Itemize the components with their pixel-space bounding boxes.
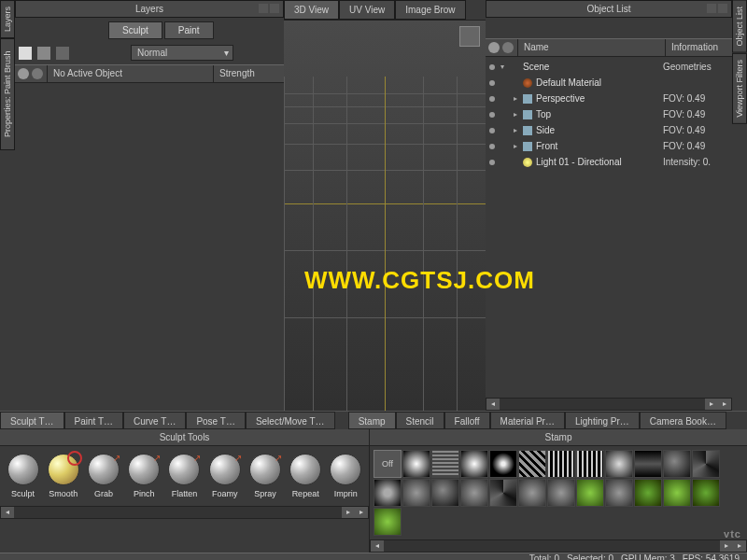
tree-row[interactable]: ▸FrontFOV: 0.49 [486, 138, 732, 154]
sculpt-mode-tab[interactable]: Sculpt [108, 21, 162, 39]
tree-row[interactable]: ▸SideFOV: 0.49 [486, 122, 732, 138]
sculpt-tool-pinch[interactable]: ↗Pinch [125, 454, 163, 498]
tab-properties-vertical[interactable]: Properties: Paint Brush [0, 38, 15, 150]
tool-tab[interactable]: Stamp [348, 412, 396, 429]
tool-tab[interactable]: Material Pr… [490, 412, 565, 429]
cam-icon [523, 110, 532, 119]
delete-layer-icon[interactable] [56, 47, 69, 60]
stamp-thumbnail[interactable] [605, 479, 633, 507]
stamp-thumbnail[interactable] [374, 479, 402, 507]
stamp-thumbnail[interactable] [663, 450, 691, 478]
scroll-end-icon[interactable]: ▸ [718, 399, 731, 410]
scroll-left-icon[interactable]: ◂ [486, 399, 500, 410]
tree-row[interactable]: Default Material [486, 75, 732, 91]
stamp-thumbnail[interactable] [518, 450, 546, 478]
sculpt-tool-foamy[interactable]: ↗Foamy [205, 454, 244, 498]
visibility-dot-icon[interactable] [489, 144, 495, 149]
expand-icon[interactable]: ▸ [514, 110, 523, 119]
stamp-thumbnail[interactable] [460, 479, 488, 507]
visibility-dot-icon[interactable] [489, 80, 495, 86]
tab-object-list-vertical[interactable]: Object List [732, 0, 747, 53]
new-layer-icon[interactable] [19, 47, 32, 60]
tool-tab[interactable]: Select/Move T… [246, 412, 335, 429]
stamp-thumbnail[interactable] [634, 450, 662, 478]
stamp-thumbnail[interactable] [547, 450, 575, 478]
stamp-thumbnail[interactable] [518, 479, 546, 507]
expand-icon[interactable]: ▸ [514, 126, 523, 134]
viewport-3d[interactable] [284, 21, 486, 411]
tool-tab[interactable]: Paint T… [64, 412, 124, 429]
scroll-track[interactable] [384, 540, 720, 552]
view-cube-icon[interactable] [459, 26, 480, 47]
stamp-thumbnail[interactable] [692, 479, 720, 507]
panel-menu-icon[interactable] [259, 4, 268, 13]
sculpt-tool-repeat[interactable]: Repeat [287, 454, 325, 498]
visibility-dot-icon[interactable] [489, 64, 495, 70]
stamp-off-button[interactable]: Off [374, 450, 402, 478]
panel-menu-icon[interactable] [707, 4, 716, 13]
stamp-thumbnail[interactable] [402, 479, 430, 507]
scroll-left-icon[interactable]: ◂ [371, 540, 384, 552]
scroll-track[interactable] [500, 399, 705, 410]
tree-row[interactable]: ▸PerspectiveFOV: 0.49 [486, 91, 732, 106]
tool-label: Grab [94, 489, 113, 498]
object-list-scrollbar[interactable]: ◂ ▸ ▸ [486, 398, 732, 411]
tool-tab[interactable]: Camera Book… [640, 412, 726, 429]
stamp-thumbnail[interactable] [576, 479, 604, 507]
scroll-right-icon[interactable]: ▸ [705, 399, 718, 410]
stamp-thumbnail[interactable] [460, 450, 488, 478]
stamp-thumbnail[interactable] [402, 450, 430, 478]
stamp-thumbnail[interactable] [489, 450, 517, 478]
expand-icon[interactable]: ▾ [500, 63, 510, 71]
scroll-right-icon[interactable]: ▸ [342, 507, 355, 518]
blend-mode-dropdown[interactable]: Normal [131, 45, 233, 61]
tab-uv-view[interactable]: UV View [339, 0, 395, 20]
stamp-thumbnail[interactable] [634, 479, 662, 507]
scroll-end-icon[interactable]: ▸ [355, 507, 368, 518]
expand-icon[interactable]: ▸ [514, 94, 523, 103]
stamp-thumbnail[interactable] [605, 450, 633, 478]
scroll-left-icon[interactable]: ◂ [1, 507, 14, 518]
sculpt-tool-smooth[interactable]: Smooth [44, 454, 82, 498]
stamp-thumbnail[interactable] [692, 450, 720, 478]
visibility-dot-icon[interactable] [489, 160, 495, 165]
stamp-thumbnail[interactable] [374, 508, 402, 536]
tool-tab[interactable]: Pose T… [186, 412, 246, 429]
tab-image-browser[interactable]: Image Brow [395, 0, 465, 20]
stamp-thumbnail[interactable] [431, 450, 459, 478]
tab-layers-vertical[interactable]: Layers [0, 0, 15, 38]
expand-icon[interactable]: ▸ [514, 142, 523, 150]
tab-3d-view[interactable]: 3D View [284, 0, 339, 20]
panel-close-icon[interactable] [270, 4, 279, 13]
sculpt-tool-flatten[interactable]: ↗Flatten [165, 454, 204, 498]
tool-tab[interactable]: Curve T… [123, 412, 186, 429]
sculpt-tool-grab[interactable]: ↗Grab [84, 454, 122, 498]
sculpt-tool-sculpt[interactable]: Sculpt [4, 454, 42, 498]
tree-row[interactable]: ▸TopFOV: 0.49 [486, 106, 732, 122]
tool-tab[interactable]: Stencil [396, 412, 444, 429]
visibility-dot-icon[interactable] [489, 96, 495, 102]
tree-row[interactable]: ▾SceneGeometries [486, 59, 732, 75]
sculpt-tool-spray[interactable]: ↗Spray [246, 454, 284, 498]
paint-mode-tab[interactable]: Paint [164, 21, 214, 39]
scroll-track[interactable] [14, 507, 342, 518]
stamp-scrollbar[interactable]: ◂ ▸ ▸ [370, 539, 747, 553]
sculpt-tool-imprin[interactable]: Imprin [327, 454, 365, 498]
stamp-thumbnail[interactable] [489, 479, 517, 507]
scroll-right-icon[interactable]: ▸ [720, 540, 733, 552]
tool-tab[interactable]: Lighting Pr… [565, 412, 640, 429]
sculpt-scrollbar[interactable]: ◂ ▸ ▸ [0, 506, 369, 519]
stamp-thumbnail[interactable] [431, 479, 459, 507]
tree-row[interactable]: Light 01 - DirectionalIntensity: 0. [486, 154, 732, 170]
visibility-dot-icon[interactable] [489, 112, 495, 118]
stamp-thumbnail[interactable] [663, 479, 691, 507]
stamp-thumbnail[interactable] [576, 450, 604, 478]
stamp-thumbnail[interactable] [547, 479, 575, 507]
panel-close-icon[interactable] [718, 4, 727, 13]
scroll-end-icon[interactable]: ▸ [733, 540, 746, 552]
tab-viewport-filters-vertical[interactable]: Viewport Filters [732, 53, 747, 124]
duplicate-layer-icon[interactable] [37, 47, 50, 60]
tool-tab[interactable]: Falloff [444, 412, 490, 429]
tool-tab[interactable]: Sculpt T… [0, 412, 64, 429]
visibility-dot-icon[interactable] [489, 128, 495, 133]
